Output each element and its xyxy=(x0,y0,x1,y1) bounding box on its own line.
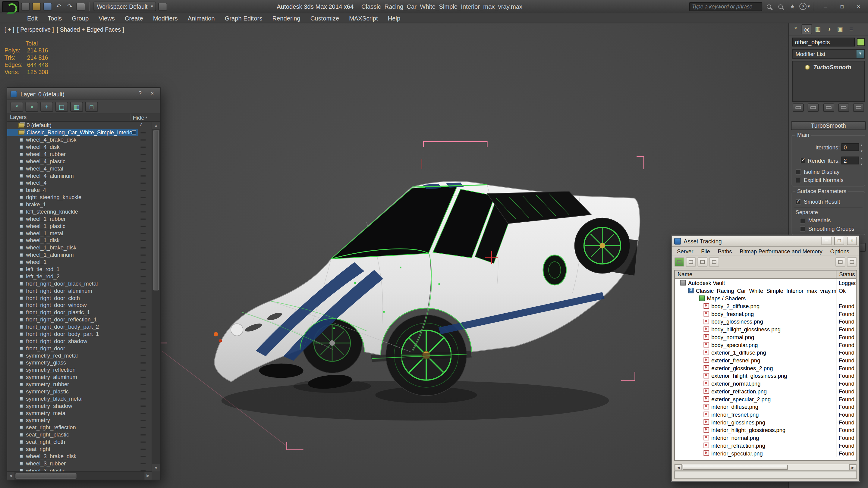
hide-toggle[interactable] xyxy=(141,161,146,162)
asset-row[interactable]: exterior_glossines_2.png Found xyxy=(675,364,856,372)
new-scene-icon[interactable] xyxy=(21,2,30,10)
menu-item[interactable]: Customize xyxy=(305,14,344,22)
layer-object-row[interactable]: wheel_4_disk xyxy=(7,143,152,151)
layer-object-row[interactable]: symmetry_red_metal xyxy=(7,352,152,359)
layer-object-row[interactable]: wheel_1_rubber xyxy=(7,215,152,222)
layer-object-row[interactable]: wheel_4 xyxy=(7,179,152,187)
menu-item[interactable]: Bitmap Performance and Memory xyxy=(736,247,826,255)
materials-checkbox[interactable] xyxy=(800,218,805,223)
hide-toggle[interactable] xyxy=(141,369,146,371)
table-view-icon[interactable] xyxy=(709,257,719,267)
layer-object-row[interactable]: front_right_door_window xyxy=(7,301,152,309)
hide-toggle[interactable] xyxy=(141,290,146,292)
hide-toggle[interactable] xyxy=(141,168,146,169)
hide-toggle[interactable] xyxy=(141,434,146,435)
layer-object-row[interactable]: front_right_door_aluminum xyxy=(7,287,152,294)
hide-toggle[interactable] xyxy=(141,449,146,450)
hide-toggle[interactable] xyxy=(141,312,146,313)
layer-object-row[interactable]: seat_right_plastic xyxy=(7,431,152,438)
hide-toggle[interactable] xyxy=(141,240,146,241)
asset-row[interactable]: Classic_Racing_Car_White_Simple_Interior… xyxy=(675,287,856,294)
layer-object-row[interactable]: front_right_door xyxy=(7,345,152,352)
tab-create-icon[interactable] xyxy=(790,24,801,34)
menu-item[interactable]: Create xyxy=(120,14,148,22)
viewport-hud-menu[interactable]: [ Shaded + Edged Faces ] xyxy=(57,26,124,33)
layer-object-row[interactable]: wheel_4_plastic xyxy=(7,158,152,165)
asset-row[interactable]: exterior_fresnel.png Found xyxy=(675,356,856,364)
asset-row[interactable]: exterior_normal.png Found xyxy=(675,380,856,387)
rollout-turbosmooth[interactable]: TurboSmooth xyxy=(791,121,866,130)
asset-row[interactable]: interior_diffuse.png Found xyxy=(675,403,856,411)
minimize-button[interactable] xyxy=(822,237,832,245)
layer-row-selected[interactable]: Classic_Racing_Car_White_Simple_Interior xyxy=(7,129,152,136)
help-icon[interactable] xyxy=(847,257,857,267)
iterations-value[interactable]: 0 xyxy=(841,143,859,151)
hide-toggle[interactable] xyxy=(141,283,146,284)
layer-object-row[interactable]: front_right_door_body_part_1 xyxy=(7,330,152,338)
layer-object-row[interactable]: front_right_door_black_metal xyxy=(7,280,152,287)
layer-list-vscrollbar[interactable] xyxy=(152,122,160,471)
layer-object-row[interactable]: front_right_door_reflection_1 xyxy=(7,316,152,323)
configure-modifier-sets-icon[interactable] xyxy=(853,103,864,112)
scroll-up-icon[interactable] xyxy=(152,122,160,129)
asset-row[interactable]: exterior_specular_2.png Found xyxy=(675,395,856,403)
layer-object-row[interactable]: left_tie_rod_1 xyxy=(7,266,152,273)
maximize-button[interactable] xyxy=(834,237,844,245)
layer-dialog-titlebar[interactable]: Layer: 0 (default) ? xyxy=(7,88,160,100)
hide-toggle[interactable] xyxy=(141,139,146,141)
scroll-down-icon[interactable] xyxy=(152,464,160,471)
hide-toggle[interactable] xyxy=(141,463,146,464)
show-end-result-icon[interactable] xyxy=(808,103,819,112)
search-icon[interactable] xyxy=(764,2,774,10)
menu-item[interactable]: Server xyxy=(673,247,697,255)
layer-object-row[interactable]: wheel_1_plastic xyxy=(7,222,152,230)
layer-object-row[interactable]: wheel_4_brake_disk xyxy=(7,136,152,143)
render-iters-spinner[interactable] xyxy=(861,154,863,166)
layer-object-row[interactable]: symmetry_glass xyxy=(7,359,152,366)
add-to-layer-icon[interactable] xyxy=(40,101,53,111)
menu-item[interactable]: Graph Editors xyxy=(220,14,267,22)
menu-item[interactable]: Help xyxy=(383,14,405,22)
column-header-layers[interactable]: Layers xyxy=(7,113,131,121)
layer-object-row[interactable]: symmetry_black_metal xyxy=(7,395,152,402)
layer-object-row[interactable]: wheel_1_metal xyxy=(7,230,152,237)
search-input[interactable] xyxy=(692,3,760,9)
asset-row[interactable]: Maps / Shaders xyxy=(675,294,856,302)
asset-row[interactable]: interior_hilight_glossiness.png Found xyxy=(675,426,856,434)
layer-object-row[interactable]: brake_4 xyxy=(7,187,152,194)
menu-item[interactable]: Modifiers xyxy=(148,14,183,22)
scroll-right-icon[interactable] xyxy=(849,464,857,470)
layer-object-row[interactable]: seat_right xyxy=(7,446,152,453)
asset-row[interactable]: Autodesk Vault Logged O xyxy=(675,279,856,287)
hide-toggle[interactable] xyxy=(141,219,146,220)
object-color-swatch[interactable] xyxy=(857,38,865,46)
hscroll-thumb[interactable] xyxy=(16,473,76,478)
hide-toggle[interactable] xyxy=(141,305,146,306)
hide-toggle[interactable] xyxy=(141,398,146,399)
dialog-help-button[interactable]: ? xyxy=(135,90,144,98)
tab-hierarchy-icon[interactable] xyxy=(812,24,823,34)
layer-object-row[interactable]: symmetry_shadow xyxy=(7,402,152,410)
asset-row[interactable]: interior_fresnel.png Found xyxy=(675,411,856,418)
isoline-display-checkbox[interactable] xyxy=(795,169,801,174)
hide-toggle[interactable] xyxy=(141,348,146,349)
layer-object-row[interactable]: symmetry_reflection xyxy=(7,366,152,373)
help-menu[interactable]: ? xyxy=(799,3,810,10)
column-header-hide[interactable]: Hide xyxy=(131,113,160,121)
hide-toggle[interactable] xyxy=(141,255,146,256)
hide-toggle[interactable] xyxy=(141,377,146,378)
layer-object-row[interactable]: wheel_1_aluminum xyxy=(7,251,152,258)
menu-item[interactable]: Tools xyxy=(42,14,67,22)
render-iters-checkbox[interactable] xyxy=(801,158,806,163)
layer-object-row[interactable]: symmetry_rubber xyxy=(7,381,152,388)
close-button[interactable] xyxy=(847,237,857,245)
layer-object-row[interactable]: wheel_3_brake_disk xyxy=(7,452,152,460)
advanced-search-icon[interactable] xyxy=(776,2,785,10)
hide-toggle[interactable] xyxy=(141,420,146,421)
hide-toggle[interactable] xyxy=(141,341,146,342)
3dsmax-logo[interactable] xyxy=(2,1,19,12)
hide-toggle[interactable] xyxy=(141,247,146,249)
layer-object-row[interactable]: brake_1 xyxy=(7,201,152,208)
menu-item[interactable]: Animation xyxy=(183,14,220,22)
column-header-name[interactable]: Name xyxy=(675,270,836,278)
